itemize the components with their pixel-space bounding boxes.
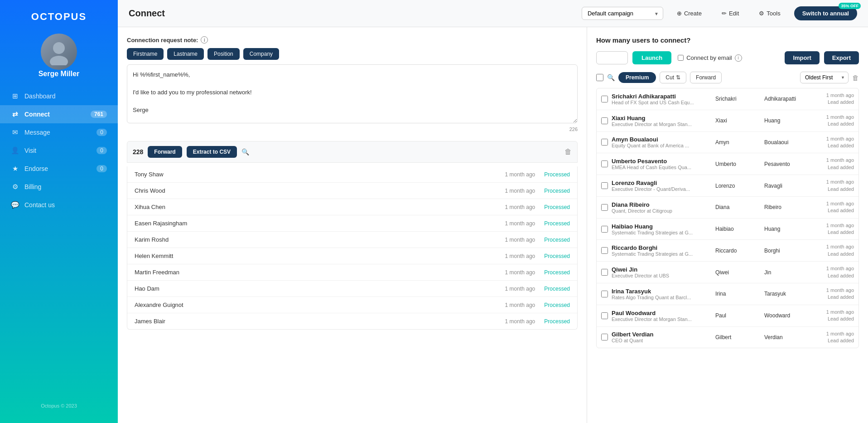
sidebar-item-visit[interactable]: 👤 Visit 0 (0, 141, 118, 160)
queue-delete-button[interactable]: 🗑 (564, 148, 572, 156)
lead-checkbox[interactable] (601, 182, 608, 189)
connect-badge: 761 (91, 111, 107, 118)
leads-delete-button[interactable]: 🗑 (852, 74, 859, 82)
sidebar-item-label: Billing (24, 183, 41, 190)
leads-search-button[interactable]: 🔍 (607, 74, 615, 81)
message-badge: 0 (96, 129, 107, 136)
lead-row: Paul Woodward Executive Director at Morg… (597, 305, 858, 327)
tools-icon: ⚙ (759, 10, 764, 17)
sidebar-item-endorse[interactable]: ★ Endorse 0 (0, 160, 118, 178)
lead-row: Gilbert Verdian CEO at Quant Gilbert Ver… (597, 327, 858, 348)
avatar (41, 34, 77, 70)
lead-row: Irina Tarasyuk Rates Algo Trading Quant … (597, 283, 858, 305)
forward-button[interactable]: Forward (148, 146, 182, 158)
lead-checkbox[interactable] (601, 117, 608, 124)
sidebar-item-label: Visit (24, 147, 36, 154)
queue-row: Alexandre Guignot 1 month ago Processed (127, 297, 577, 313)
create-icon: ⊕ (677, 10, 682, 17)
sidebar-item-label: Endorse (24, 165, 48, 172)
topbar: Connect Default campaign ⊕ Create ✏ Edit… (118, 0, 868, 27)
lead-row: Xiaxi Huang Executive Director at Morgan… (597, 110, 858, 132)
queue-row: Martin Freedman 1 month ago Processed (127, 264, 577, 281)
user-count-input[interactable] (596, 51, 628, 64)
launch-button[interactable]: Launch (632, 51, 671, 64)
lead-row: Riccardo Borghi Systematic Trading Strat… (597, 240, 858, 262)
sidebar-item-billing[interactable]: ⚙ Billing (0, 178, 118, 196)
sidebar-item-dashboard[interactable]: ⊞ Dashboard (0, 87, 118, 105)
sidebar-item-message[interactable]: ✉ Message 0 (0, 123, 118, 141)
sort-select[interactable]: Oldest First Newest First A-Z Z-A (800, 72, 849, 83)
contact-icon: 💬 (11, 201, 19, 209)
email-info-icon[interactable]: i (735, 54, 742, 62)
lead-checkbox[interactable] (601, 139, 608, 146)
page-title: Connect (129, 8, 574, 19)
queue-row: Hao Dam 1 month ago Processed (127, 281, 577, 297)
campaign-select[interactable]: Default campaign (582, 7, 663, 20)
lead-row: Diana Ribeiro Quant, Director at Citigro… (597, 197, 858, 219)
import-button[interactable]: Import (785, 51, 819, 64)
position-tag-button[interactable]: Position (207, 48, 240, 60)
discount-badge: 35% OFF (839, 3, 861, 9)
queue-count: 228 (133, 148, 143, 156)
sidebar-item-connect[interactable]: ⇄ Connect 761 (0, 105, 118, 123)
switch-annual-button[interactable]: 35% OFF Switch to annual (794, 6, 857, 20)
queue-header: 228 Forward Extract to CSV 🔍 🗑 (127, 141, 578, 163)
lead-row: Haibiao Huang Systematic Trading Strateg… (597, 219, 858, 240)
import-export-row: Import Export (785, 51, 859, 64)
queue-row: Helen Kemmitt 1 month ago Processed (127, 248, 577, 264)
lead-checkbox[interactable] (601, 312, 608, 319)
sidebar-username: Serge Miller (39, 70, 80, 78)
sort-select-wrap: Oldest First Newest First A-Z Z-A (800, 72, 849, 83)
firstname-tag-button[interactable]: Firstname (127, 48, 164, 60)
edit-icon: ✏ (722, 10, 727, 17)
queue-row: James Blair 1 month ago Processed (127, 313, 577, 329)
lead-row: Umberto Pesavento EMEA Head of Cash Equi… (597, 153, 858, 175)
edit-button[interactable]: ✏ Edit (715, 7, 745, 20)
note-textarea[interactable]: Hi %%first_name%%, I'd like to add you t… (127, 64, 578, 123)
lead-checkbox[interactable] (601, 247, 608, 254)
lead-checkbox[interactable] (601, 204, 608, 211)
svg-point-0 (53, 42, 65, 54)
endorse-badge: 0 (96, 165, 107, 172)
lead-checkbox[interactable] (601, 269, 608, 276)
lead-checkbox[interactable] (601, 334, 608, 340)
extract-csv-button[interactable]: Extract to CSV (187, 146, 237, 158)
billing-icon: ⚙ (11, 183, 19, 191)
sidebar-item-contact[interactable]: 💬 Contact us (0, 196, 118, 214)
export-button[interactable]: Export (824, 51, 859, 64)
queue-row: Tony Shaw 1 month ago Processed (127, 166, 577, 183)
lead-checkbox[interactable] (601, 291, 608, 297)
main-content: Connect Default campaign ⊕ Create ✏ Edit… (118, 0, 868, 423)
premium-filter-button[interactable]: Premium (618, 72, 656, 83)
connect-email-checkbox[interactable] (678, 55, 684, 61)
right-panel: How many users to connect? Launch Connec… (587, 27, 868, 423)
launch-row: Launch Connect by email i Import Export (596, 51, 859, 64)
lead-row: Lorenzo Ravagli Executive Director - Qua… (597, 175, 858, 197)
lastname-tag-button[interactable]: Lastname (167, 48, 204, 60)
queue-search-button[interactable]: 🔍 (241, 148, 249, 156)
endorse-icon: ★ (11, 165, 19, 173)
select-all-checkbox[interactable] (596, 74, 603, 81)
sidebar-item-label: Contact us (24, 201, 55, 209)
sidebar-item-label: Message (24, 129, 50, 136)
right-panel-title: How many users to connect? (596, 36, 859, 44)
create-button[interactable]: ⊕ Create (670, 7, 708, 20)
queue-row: Chris Wood 1 month ago Processed (127, 183, 577, 199)
connect-icon: ⇄ (11, 110, 19, 118)
queue-list: Tony Shaw 1 month ago Processed Chris Wo… (127, 166, 578, 330)
sidebar: OCTOPUS Serge Miller ⊞ Dashboard ⇄ Conne… (0, 0, 118, 423)
tools-button[interactable]: ⚙ Tools (752, 7, 786, 20)
char-count: 226 (127, 126, 578, 132)
info-icon[interactable]: i (201, 36, 208, 44)
company-tag-button[interactable]: Company (243, 48, 279, 60)
queue-row: Xihua Chen 1 month ago Processed (127, 199, 577, 215)
app-logo: OCTOPUS (31, 11, 87, 23)
message-icon: ✉ (11, 128, 19, 136)
dashboard-icon: ⊞ (11, 92, 19, 100)
lead-checkbox[interactable] (601, 160, 608, 167)
cut-filter-button[interactable]: Cut ⇅ (660, 72, 686, 83)
lead-checkbox[interactable] (601, 226, 608, 233)
campaign-select-wrap: Default campaign (582, 7, 663, 20)
lead-checkbox[interactable] (601, 96, 608, 102)
forward-filter-button[interactable]: Forward (690, 72, 722, 83)
